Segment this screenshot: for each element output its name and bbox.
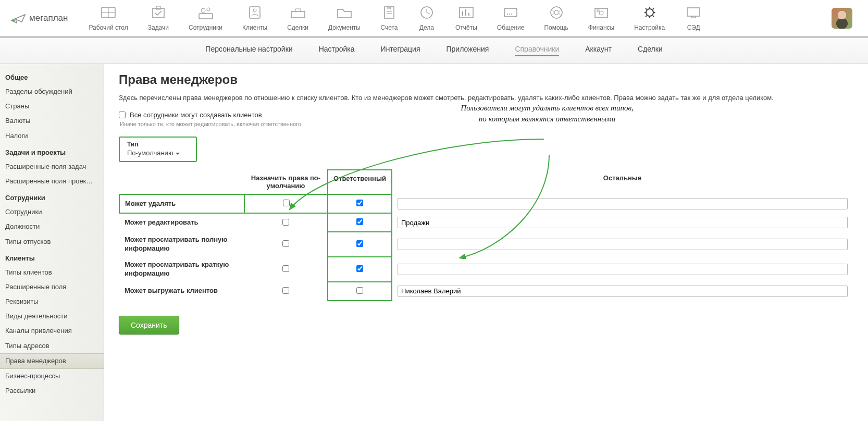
- sidebar-item[interactable]: Реквизиты: [0, 294, 104, 309]
- nav-дела[interactable]: Дела: [418, 5, 436, 31]
- col-responsible: Ответственный: [328, 170, 392, 194]
- sidebar-item[interactable]: Типы отпусков: [0, 234, 104, 249]
- responsible-checkbox[interactable]: [356, 287, 363, 294]
- nav-общение[interactable]: Общение: [497, 5, 525, 31]
- others-input[interactable]: [398, 264, 848, 275]
- sidebar-item[interactable]: Бизнес-процессы: [0, 369, 104, 383]
- subnav-сделки[interactable]: Сделки: [638, 45, 663, 56]
- nav-помощь[interactable]: Помощь: [544, 5, 568, 31]
- subnav-персональные-настройки[interactable]: Персональные настройки: [205, 45, 292, 56]
- svg-point-24: [511, 14, 512, 15]
- responsible-checkbox[interactable]: [356, 200, 363, 206]
- responsible-checkbox[interactable]: [356, 218, 363, 225]
- sidebar-item[interactable]: Права менеджеров: [0, 353, 104, 369]
- nav-label: Сделки: [287, 24, 308, 31]
- perm-row: Может редактировать: [119, 213, 853, 232]
- perm-label: Может просматривать полную информацию: [119, 232, 244, 257]
- sidebar-item[interactable]: Виды деятельности: [0, 309, 104, 324]
- svg-rect-21: [504, 8, 517, 17]
- nav-icon: [502, 5, 519, 20]
- perm-label: Может просматривать краткую информацию: [119, 257, 244, 282]
- nav-рабочий-стол[interactable]: Рабочий стол: [89, 5, 128, 31]
- assign-checkbox[interactable]: [283, 200, 290, 206]
- type-label: Тип: [127, 141, 189, 148]
- all-create-checkbox[interactable]: [119, 112, 126, 118]
- col-others: Остальные: [392, 170, 853, 194]
- svg-rect-11: [385, 7, 394, 18]
- sidebar-item[interactable]: Типы клиентов: [0, 265, 104, 280]
- nav-клиенты[interactable]: Клиенты: [242, 5, 267, 31]
- nav-icon: [548, 5, 565, 20]
- subnav-интеграция[interactable]: Интеграция: [381, 45, 420, 56]
- nav-label: СЭД: [687, 24, 700, 31]
- svg-point-7: [207, 8, 210, 11]
- assign-checkbox[interactable]: [282, 219, 289, 226]
- sidebar-item[interactable]: Страны: [0, 99, 104, 114]
- logo[interactable]: мегаплан: [10, 13, 68, 24]
- nav-отчёты[interactable]: Отчёты: [455, 5, 477, 31]
- nav-label: Клиенты: [242, 24, 267, 31]
- nav-сотрудники[interactable]: Сотрудники: [189, 5, 222, 31]
- assign-checkbox[interactable]: [282, 240, 289, 247]
- nav-настройка[interactable]: Настройка: [634, 5, 665, 31]
- nav-счета[interactable]: Счета: [380, 5, 398, 31]
- perm-label: Может редактировать: [119, 213, 244, 232]
- col-assign: Назначить права по-умолчанию: [244, 170, 328, 194]
- nav-icon: [100, 5, 117, 20]
- sidebar-item[interactable]: Сотрудники: [0, 205, 104, 219]
- sidebar-item[interactable]: Разделы обсуждений: [0, 84, 104, 99]
- nav-label: Помощь: [544, 24, 568, 31]
- svg-rect-5: [199, 14, 213, 19]
- others-input[interactable]: [398, 239, 848, 250]
- svg-point-26: [554, 10, 559, 15]
- type-selector[interactable]: Тип По-умолчанию: [119, 137, 197, 162]
- sidebar-item[interactable]: Расширенные поля задач: [0, 159, 104, 174]
- assign-checkbox[interactable]: [282, 287, 289, 294]
- subnav-настройка[interactable]: Настройка: [319, 45, 355, 56]
- nav-финансы[interactable]: Финансы: [588, 5, 614, 31]
- nav-label: Сотрудники: [189, 24, 222, 31]
- subnav-аккаунт[interactable]: Аккаунт: [585, 45, 612, 56]
- nav-сэд[interactable]: СЭД: [685, 5, 702, 31]
- svg-point-22: [507, 14, 508, 15]
- responsible-checkbox[interactable]: [356, 265, 363, 272]
- sidebar-item[interactable]: Расширенные поля проек…: [0, 174, 104, 189]
- all-create-label: Все сотрудники могут создавать клиентов: [130, 111, 262, 119]
- sidebar-item[interactable]: Расширенные поля: [0, 280, 104, 294]
- nav-icon: [685, 5, 702, 20]
- svg-line-16: [427, 13, 430, 14]
- avatar[interactable]: [832, 8, 852, 29]
- sidebar-item[interactable]: Типы адресов: [0, 339, 104, 353]
- svg-rect-8: [250, 7, 260, 18]
- svg-point-9: [253, 9, 256, 12]
- svg-point-6: [201, 8, 205, 13]
- assign-checkbox[interactable]: [282, 265, 289, 272]
- nav-задачи[interactable]: Задачи: [148, 5, 169, 31]
- sidebar-item[interactable]: Налоги: [0, 129, 104, 143]
- perm-label: Может выгружать клиентов: [119, 282, 244, 301]
- page-description: Здесь перечислены права менеджеров по от…: [119, 93, 853, 103]
- others-input[interactable]: [398, 198, 848, 209]
- nav-сделки[interactable]: Сделки: [287, 5, 308, 31]
- sidebar-item[interactable]: Каналы привлечения: [0, 324, 104, 338]
- others-input[interactable]: [398, 217, 848, 228]
- svg-rect-29: [597, 10, 599, 11]
- sidebar-item[interactable]: Валюты: [0, 114, 104, 128]
- perm-row: Может просматривать полную информацию: [119, 232, 853, 257]
- sidebar-item[interactable]: Рассылки: [0, 383, 104, 398]
- others-input[interactable]: [398, 286, 848, 297]
- subnav-справочники[interactable]: Справочники: [515, 45, 559, 56]
- nav-label: Отчёты: [455, 24, 477, 31]
- nav-label: Счета: [380, 24, 398, 31]
- sidebar-item[interactable]: Должности: [0, 219, 104, 234]
- nav-документы[interactable]: Документы: [328, 5, 361, 31]
- perm-row: Может удалять: [119, 194, 853, 213]
- responsible-checkbox[interactable]: [356, 240, 363, 247]
- nav-icon: [418, 5, 436, 20]
- subnav-приложения[interactable]: Приложения: [447, 45, 489, 56]
- nav-label: Финансы: [588, 24, 614, 31]
- save-button[interactable]: Сохранить: [119, 316, 179, 335]
- perm-row: Может просматривать краткую информацию: [119, 257, 853, 282]
- svg-rect-3: [153, 8, 164, 18]
- nav-label: Настройка: [634, 24, 665, 31]
